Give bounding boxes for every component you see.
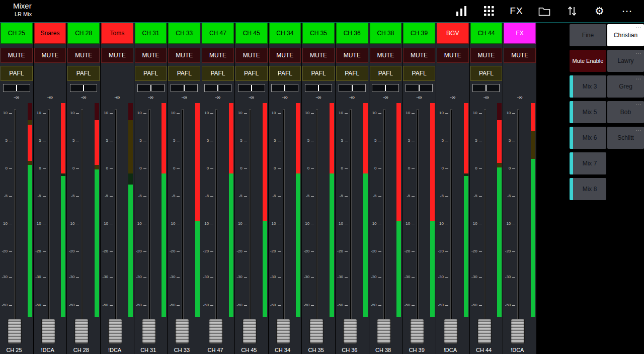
fader-handle[interactable] [41, 319, 55, 344]
fader-handle[interactable] [142, 319, 156, 344]
mute-button[interactable]: MUTE [202, 48, 234, 63]
meters-icon[interactable] [447, 0, 475, 22]
library-folder-icon[interactable] [530, 0, 558, 22]
io-patch-icon[interactable] [558, 0, 586, 22]
meter-red-peak [497, 120, 502, 163]
fader-handle[interactable] [343, 319, 357, 344]
fader-handle[interactable] [511, 319, 525, 344]
fx-button[interactable]: FX [503, 0, 530, 22]
pan-slider[interactable] [271, 84, 298, 92]
sidebar-button-mix-6[interactable]: Mix 6 [570, 127, 606, 149]
channel-select-button[interactable]: CH 38 [370, 23, 402, 44]
pafl-button[interactable]: PAFL [370, 66, 402, 81]
fader-handle[interactable] [444, 319, 458, 344]
fader-region: 1050-5-10-20-30-50 [470, 101, 503, 347]
channel-select-button[interactable]: CH 39 [403, 23, 435, 44]
layer-button-lawry[interactable]: Lawry… [607, 50, 644, 72]
pafl-button[interactable]: PAFL [269, 66, 301, 81]
sidebar-button-mix-5[interactable]: Mix 5 [570, 101, 606, 123]
mute-button[interactable]: MUTE [370, 48, 402, 63]
mute-button[interactable]: MUTE [67, 48, 100, 63]
mute-button[interactable]: MUTE [168, 48, 200, 63]
mute-button[interactable]: MUTE [1, 48, 33, 63]
pan-slider[interactable] [339, 84, 366, 92]
fader-handle[interactable] [410, 319, 424, 344]
pafl-button[interactable]: PAFL [403, 66, 435, 81]
pafl-button[interactable]: PAFL [168, 66, 200, 81]
channel-select-button[interactable]: CH 31 [135, 23, 167, 44]
mute-button[interactable]: MUTE [302, 48, 335, 63]
pan-slider[interactable] [305, 84, 332, 92]
pan-slider[interactable] [3, 84, 30, 92]
more-options-button[interactable]: … [613, 0, 641, 22]
pafl-button[interactable]: PAFL [336, 66, 368, 81]
mute-button[interactable]: MUTE [235, 48, 268, 63]
layer-button-christian[interactable]: Christian… [607, 24, 644, 46]
channel-select-button[interactable]: CH 45 [235, 23, 268, 44]
pan-marker [486, 85, 487, 91]
pafl-button[interactable]: PAFL [470, 66, 503, 81]
channel-select-button[interactable]: Snares [34, 23, 66, 44]
mute-button[interactable]: MUTE [403, 48, 435, 63]
pafl-button[interactable]: PAFL [202, 66, 234, 81]
pan-slider[interactable] [204, 84, 231, 92]
pan-slider[interactable] [472, 84, 500, 92]
pan-slider[interactable] [406, 84, 433, 92]
fader-handle[interactable] [8, 319, 22, 344]
sidebar-button-mix-7[interactable]: Mix 7 [570, 152, 606, 174]
sidebar-button-fine[interactable]: Fine [570, 24, 606, 46]
fader-handle[interactable] [74, 319, 89, 344]
channel-select-button[interactable]: CH 34 [269, 23, 301, 44]
pafl-button[interactable]: PAFL [135, 66, 167, 81]
pan-slider[interactable] [137, 84, 165, 92]
fader-handle[interactable] [175, 319, 189, 344]
channel-select-button[interactable]: CH 36 [336, 23, 368, 44]
pan-slider[interactable] [171, 84, 198, 92]
channel-select-button[interactable]: Toms [101, 23, 133, 44]
pan-slider[interactable] [70, 84, 97, 92]
channel-select-button[interactable]: CH 25 [1, 23, 33, 44]
scale-tick-label: -30 [503, 275, 511, 279]
pan-slider[interactable] [238, 84, 265, 92]
sidebar-button-mute-enable[interactable]: Mute Enable [570, 50, 606, 72]
fader-handle[interactable] [209, 319, 223, 344]
sidebar-button-mix-3[interactable]: Mix 3 [570, 75, 606, 98]
mute-button[interactable]: MUTE [336, 48, 368, 63]
matrix-grid-icon[interactable] [475, 0, 503, 22]
fader-handle[interactable] [477, 319, 492, 344]
mute-button[interactable]: MUTE [437, 48, 469, 63]
scale-tick-label: -50 [403, 303, 410, 307]
fader-handle[interactable] [108, 319, 122, 344]
layer-button-bob[interactable]: Bob… [607, 101, 644, 123]
channel-select-button[interactable]: BGV [437, 23, 469, 44]
fader-handle[interactable] [243, 319, 257, 344]
pafl-button[interactable]: PAFL [302, 66, 335, 81]
channel-select-button[interactable]: CH 47 [202, 23, 234, 44]
mute-button[interactable]: MUTE [504, 48, 536, 63]
fader-handle[interactable] [276, 319, 290, 344]
pafl-button[interactable]: PAFL [67, 66, 100, 81]
channel-select-button[interactable]: CH 44 [470, 23, 503, 44]
pafl-button[interactable]: PAFL [235, 66, 268, 81]
fader-handle[interactable] [377, 319, 391, 344]
scale-tick-label: 10 [302, 111, 309, 115]
layer-button-schlitt[interactable]: Schlitt… [607, 127, 644, 149]
meter-red-peak [229, 103, 233, 173]
pan-slider[interactable] [372, 84, 399, 92]
settings-gear-icon[interactable]: ⚙ [586, 0, 613, 22]
channel-select-button[interactable]: CH 33 [168, 23, 200, 44]
mute-button[interactable]: MUTE [470, 48, 503, 63]
fader-track [283, 109, 285, 342]
channel-select-button[interactable]: CH 35 [302, 23, 335, 44]
mute-button[interactable]: MUTE [101, 48, 133, 63]
channel-select-button[interactable]: CH 28 [67, 23, 100, 44]
scale-tick-label: 5 [0, 139, 8, 143]
mute-button[interactable]: MUTE [269, 48, 301, 63]
layer-button-greg[interactable]: Greg… [607, 75, 644, 98]
channel-select-button[interactable]: FX [504, 23, 536, 44]
pafl-button[interactable]: PAFL [1, 66, 33, 81]
sidebar-button-mix-8[interactable]: Mix 8 [570, 178, 606, 200]
fader-handle[interactable] [309, 319, 324, 344]
mute-button[interactable]: MUTE [135, 48, 167, 63]
mute-button[interactable]: MUTE [34, 48, 66, 63]
